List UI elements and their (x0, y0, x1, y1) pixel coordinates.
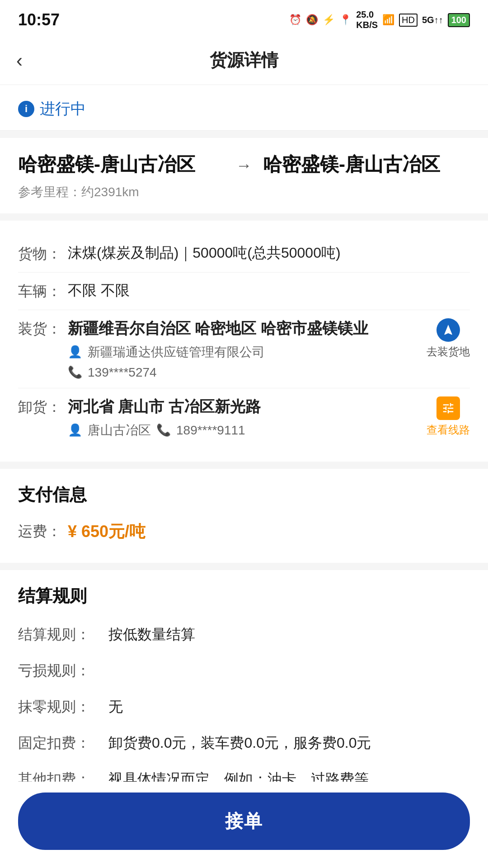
details-section: 货物： 沫煤(煤炭及制品)｜50000吨(总共50000吨) 车辆： 不限 不限… (0, 221, 488, 462)
accept-button[interactable]: 接单 (18, 793, 470, 850)
payment-title: 支付信息 (18, 483, 470, 506)
rounding-rule-value: 无 (108, 697, 470, 717)
unload-row: 卸货： 河北省 唐山市 古冶区新光路 👤 唐山古冶区 📞 189****9111 (18, 388, 470, 447)
load-info: 新疆维吾尔自治区 哈密地区 哈密市盛镁镁业 👤 新疆瑞通达供应链管理有限公司 📞… (68, 318, 427, 380)
unload-sub-info: 👤 唐山古冶区 📞 189****9111 (68, 422, 427, 439)
battery-icon: 100 (448, 13, 470, 27)
mute-icon: 🔕 (306, 14, 318, 26)
vehicle-value: 不限 不限 (68, 281, 470, 301)
load-label: 装货： (18, 318, 68, 339)
location-icon: 📍 (339, 14, 352, 26)
settle-rule-value: 按低数量结算 (108, 625, 470, 645)
freight-row: 运费： ¥ 650元/吨 (18, 515, 470, 548)
freight-label: 运费： (18, 522, 68, 542)
wifi-icon: 📶 (382, 14, 394, 26)
unload-address: 河北省 唐山市 古冶区新光路 (68, 396, 427, 417)
payment-section: 支付信息 运费： ¥ 650元/吨 (0, 469, 488, 563)
route-row: 哈密盛镁-唐山古冶区 → 哈密盛镁-唐山古冶区 (18, 152, 470, 177)
status-text: 进行中 (40, 99, 86, 119)
status-time: 10:57 (18, 10, 60, 29)
loss-rule-row: 亏损规则： (18, 653, 470, 689)
cargo-row: 货物： 沫煤(煤炭及制品)｜50000吨(总共50000吨) (18, 235, 470, 273)
settlement-title: 结算规则 (18, 585, 470, 608)
load-address: 新疆维吾尔自治区 哈密地区 哈密市盛镁镁业 (68, 318, 427, 339)
deduction-label: 固定扣费： (18, 733, 108, 753)
route-destination: 哈密盛镁-唐山古冶区 (263, 152, 470, 177)
load-sub-info: 👤 新疆瑞通达供应链管理有限公司 (68, 344, 427, 361)
phone-icon-2: 📞 (156, 423, 171, 437)
person-icon: 👤 (68, 345, 82, 359)
person-icon-2: 👤 (68, 423, 82, 437)
cargo-value: 沫煤(煤炭及制品)｜50000吨(总共50000吨) (68, 243, 470, 263)
bluetooth-icon: ⚡ (323, 14, 335, 26)
vehicle-label: 车辆： (18, 281, 68, 302)
unload-label: 卸货： (18, 396, 68, 417)
phone-icon: 📞 (68, 365, 82, 379)
alarm-icon: ⏰ (289, 14, 301, 26)
info-icon: i (18, 101, 34, 117)
load-nav-text: 去装货地 (427, 344, 470, 359)
route-origin: 哈密盛镁-唐山古冶区 (18, 152, 225, 177)
load-row: 装货： 新疆维吾尔自治区 哈密地区 哈密市盛镁镁业 👤 新疆瑞通达供应链管理有限… (18, 310, 470, 388)
unload-info: 河北省 唐山市 古冶区新光路 👤 唐山古冶区 📞 189****9111 (68, 396, 427, 439)
unload-location-row: 河北省 唐山市 古冶区新光路 👤 唐山古冶区 📞 189****9111 (68, 396, 470, 439)
page-title: 货源详情 (210, 49, 278, 72)
freight-value: ¥ 650元/吨 (68, 521, 145, 543)
status-section: i 进行中 (0, 85, 488, 131)
route-arrow: → (236, 152, 252, 175)
settle-rule-row: 结算规则： 按低数量结算 (18, 617, 470, 653)
route-icon (436, 396, 460, 420)
deduction-row: 固定扣费： 卸货费0.0元，装车费0.0元，服务费0.0元 (18, 725, 470, 761)
status-bar: 10:57 ⏰ 🔕 ⚡ 📍 25.0KB/S 📶 HD 5G↑↑ 100 (0, 0, 488, 36)
route-section: 哈密盛镁-唐山古冶区 → 哈密盛镁-唐山古冶区 参考里程：约2391km (0, 138, 488, 213)
nav-icon (436, 318, 460, 342)
back-button[interactable]: ‹ (16, 50, 23, 71)
page-header: ‹ 货源详情 (0, 36, 488, 85)
rounding-rule-row: 抹零规则： 无 (18, 689, 470, 725)
status-icons: ⏰ 🔕 ⚡ 📍 25.0KB/S 📶 HD 5G↑↑ 100 (289, 9, 470, 30)
load-location-row: 新疆维吾尔自治区 哈密地区 哈密市盛镁镁业 👤 新疆瑞通达供应链管理有限公司 📞… (68, 318, 470, 380)
load-phone-row: 📞 139****5274 (68, 365, 427, 380)
settle-rule-label: 结算规则： (18, 625, 108, 645)
load-company: 新疆瑞通达供应链管理有限公司 (88, 344, 265, 361)
cargo-label: 货物： (18, 243, 68, 264)
data-speed: 25.0KB/S (356, 9, 378, 30)
status-badge: i 进行中 (18, 99, 86, 119)
bottom-bar: 接单 (0, 782, 488, 868)
hd-icon: HD (399, 14, 418, 27)
load-nav-action[interactable]: 去装货地 (427, 318, 470, 359)
unload-route-text: 查看线路 (427, 423, 470, 437)
loss-rule-label: 亏损规则： (18, 661, 108, 681)
rounding-rule-label: 抹零规则： (18, 697, 108, 717)
deduction-value: 卸货费0.0元，装车费0.0元，服务费0.0元 (108, 733, 470, 753)
route-distance: 参考里程：约2391km (18, 184, 470, 201)
unload-phone: 189****9111 (176, 423, 245, 438)
unload-route-action[interactable]: 查看线路 (427, 396, 470, 437)
vehicle-row: 车辆： 不限 不限 (18, 273, 470, 310)
signal-5g-icon: 5G↑↑ (422, 15, 443, 25)
settlement-section: 结算规则 结算规则： 按低数量结算 亏损规则： 抹零规则： 无 固定扣费： 卸货… (0, 570, 488, 812)
unload-contact: 唐山古冶区 (88, 422, 151, 439)
load-phone: 139****5274 (88, 365, 157, 380)
